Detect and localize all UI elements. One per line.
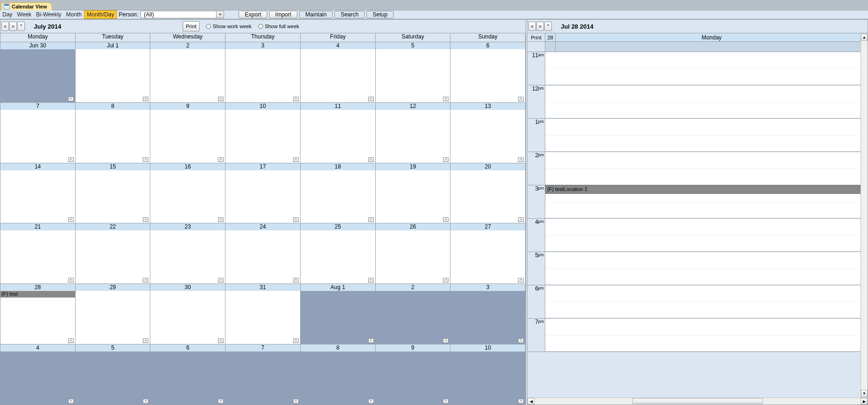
day-cell[interactable]: ^ [150, 291, 225, 344]
date-header[interactable]: Jun 30 [0, 42, 76, 49]
day-cell[interactable]: ^ [225, 170, 301, 223]
date-header[interactable]: 25 [301, 223, 376, 230]
day-cell[interactable]: ^ [225, 110, 301, 163]
day-cell[interactable]: ^ [376, 170, 451, 223]
scroll-up-icon[interactable]: ▲ [861, 34, 868, 41]
expand-icon[interactable]: ^ [218, 217, 224, 222]
full-week-radio[interactable] [258, 24, 263, 29]
scroll-down-icon[interactable]: ▼ [861, 390, 868, 397]
hour-slot[interactable] [545, 252, 868, 285]
date-header[interactable]: 6 [450, 42, 526, 49]
day-cell[interactable]: ^ [450, 291, 526, 344]
expand-icon[interactable]: ^ [68, 217, 74, 222]
date-header[interactable]: 30 [150, 283, 225, 291]
day-cell[interactable]: ^ [225, 230, 301, 283]
day-cell[interactable]: ^(F) test [0, 291, 76, 344]
date-header[interactable]: 23 [150, 223, 225, 230]
day-cell[interactable]: ^ [150, 170, 225, 223]
day-cell[interactable]: ^ [0, 110, 76, 163]
day-cell[interactable]: ^ [450, 352, 526, 405]
date-header[interactable]: 10 [225, 102, 301, 110]
day-cell[interactable]: ^ [301, 230, 376, 283]
day-cell[interactable]: ^ [376, 352, 451, 405]
date-header[interactable]: 15 [76, 163, 151, 170]
hour-slot[interactable] [545, 85, 868, 118]
date-header[interactable]: 13 [450, 102, 526, 110]
date-header[interactable]: 24 [225, 223, 301, 230]
viewmode-bi-weekly[interactable]: Bi-Weekly [34, 10, 64, 19]
scroll-thumb[interactable] [632, 398, 763, 404]
date-header[interactable]: 26 [376, 223, 451, 230]
day-cell[interactable]: ^ [0, 49, 76, 102]
date-header[interactable]: Aug 1 [301, 283, 376, 291]
day-cell[interactable]: ^ [0, 170, 76, 223]
expand-icon[interactable]: ^ [68, 97, 74, 101]
expand-icon[interactable]: ^ [443, 217, 449, 222]
day-cell[interactable]: ^ [225, 49, 301, 102]
viewmode-day[interactable]: Day [0, 10, 15, 19]
expand-icon[interactable]: ^ [518, 338, 524, 343]
date-header[interactable]: 3 [225, 42, 301, 49]
scroll-left-icon[interactable]: ◀ [527, 398, 535, 405]
day-cell[interactable]: ^ [376, 110, 451, 163]
day-cell[interactable]: ^ [450, 110, 526, 163]
expand-icon[interactable]: ^ [143, 157, 148, 162]
expand-icon[interactable]: ^ [518, 399, 524, 404]
month-event[interactable]: (F) test [0, 291, 75, 298]
date-header[interactable]: 7 [0, 102, 76, 110]
expand-icon[interactable]: ^ [518, 278, 524, 283]
date-header[interactable]: 31 [225, 283, 301, 291]
viewmode-month-day[interactable]: Month/Day [84, 10, 117, 19]
expand-icon[interactable]: ^ [518, 97, 524, 101]
expand-icon[interactable]: ^ [218, 157, 224, 162]
day-cell[interactable]: ^ [76, 110, 151, 163]
viewmode-month[interactable]: Month [64, 10, 84, 19]
day-next-button[interactable]: > [536, 22, 544, 31]
expand-icon[interactable]: ^ [143, 97, 148, 101]
day-event[interactable]: (F) testLocation 1 [545, 185, 868, 194]
expand-icon[interactable]: ^ [293, 399, 299, 404]
person-combo[interactable]: (All) [140, 11, 224, 18]
hour-slot[interactable] [545, 285, 868, 318]
expand-icon[interactable]: ^ [218, 399, 224, 404]
date-header[interactable]: 19 [376, 163, 451, 170]
expand-icon[interactable]: ^ [368, 157, 374, 162]
day-cell[interactable]: ^ [225, 352, 301, 405]
date-header[interactable]: 7 [225, 344, 301, 352]
setup-button[interactable]: Setup [366, 11, 393, 18]
expand-icon[interactable]: ^ [368, 399, 374, 404]
expand-icon[interactable]: ^ [293, 157, 299, 162]
day-cell[interactable]: ^ [301, 352, 376, 405]
expand-icon[interactable]: ^ [368, 217, 374, 222]
day-prev-button[interactable]: < [528, 22, 536, 31]
date-header[interactable]: 18 [301, 163, 376, 170]
day-cell[interactable]: ^ [76, 230, 151, 283]
day-cell[interactable]: ^ [76, 291, 151, 344]
expand-icon[interactable]: ^ [68, 278, 74, 283]
day-cell[interactable]: ^ [301, 170, 376, 223]
expand-icon[interactable]: ^ [443, 338, 449, 343]
expand-icon[interactable]: ^ [293, 97, 299, 101]
day-cell[interactable]: ^ [150, 110, 225, 163]
expand-icon[interactable]: ^ [218, 97, 224, 101]
day-cell[interactable]: ^ [150, 49, 225, 102]
date-header[interactable]: 20 [450, 163, 526, 170]
date-header[interactable]: 10 [450, 344, 526, 352]
date-header[interactable]: 2 [150, 42, 225, 49]
expand-icon[interactable]: ^ [143, 217, 148, 222]
day-cell[interactable]: ^ [150, 352, 225, 405]
viewmode-week[interactable]: Week [15, 10, 33, 19]
expand-icon[interactable]: ^ [518, 217, 524, 222]
date-header[interactable]: 29 [76, 283, 151, 291]
maintain-button[interactable]: Maintain [299, 11, 333, 18]
expand-icon[interactable]: ^ [293, 338, 299, 343]
hour-slot[interactable] [545, 52, 868, 85]
day-cell[interactable]: ^ [450, 49, 526, 102]
month-today-button[interactable]: ^ [17, 22, 25, 31]
date-header[interactable]: 27 [450, 223, 526, 230]
expand-icon[interactable]: ^ [218, 338, 224, 343]
day-today-button[interactable]: ^ [544, 22, 552, 31]
day-cell[interactable]: ^ [76, 170, 151, 223]
day-cell[interactable]: ^ [150, 230, 225, 283]
expand-icon[interactable]: ^ [143, 399, 148, 404]
